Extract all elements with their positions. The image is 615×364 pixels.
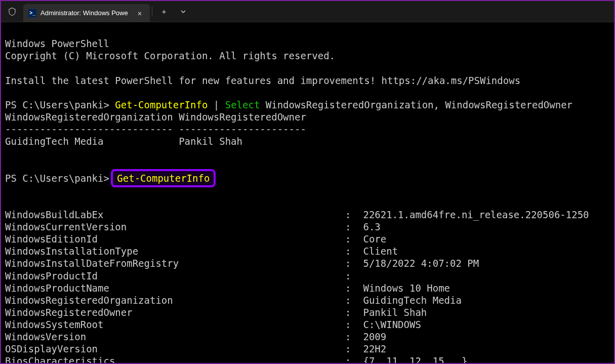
output-colon: :: [345, 221, 357, 233]
output-row: WindowsSystemRoot: C:\WINDOWS: [5, 318, 610, 331]
output-value: Core: [357, 233, 610, 245]
output-row: WindowsInstallDateFromRegistry: 5/18/202…: [5, 257, 610, 269]
terminal-output[interactable]: Windows PowerShell Copyright (C) Microso…: [1, 22, 614, 364]
output-value: GuidingTech Media: [357, 294, 610, 306]
output-key: OSDisplayVersion: [5, 343, 345, 355]
command-cmdlet: Get-ComputerInfo: [115, 99, 213, 110]
output-key: WindowsInstallationType: [5, 245, 345, 257]
output-colon: :: [345, 209, 357, 221]
command-cmdlet: Select: [219, 99, 266, 110]
shield-icon: [7, 7, 17, 17]
output-colon: :: [345, 318, 357, 331]
output-row: BiosCharacteristics: {7, 11, 12, 15...}: [5, 355, 610, 364]
output-colon: :: [345, 294, 357, 306]
table-row: GuidingTech Media Pankil Shah: [5, 136, 242, 147]
output-colon: :: [345, 270, 357, 282]
output-value: 6.3: [357, 221, 610, 233]
highlighted-command: Get-ComputerInfo: [111, 169, 216, 187]
output-key: WindowsEditionId: [5, 233, 345, 245]
powershell-icon: >_: [28, 9, 36, 17]
output-value: Windows 10 Home: [357, 282, 610, 294]
output-key: BiosCharacteristics: [5, 355, 345, 364]
table-header: WindowsRegisteredOrganization WindowsReg…: [5, 111, 306, 123]
output-colon: :: [345, 331, 357, 343]
output-row: WindowsVersion: 2009: [5, 331, 610, 343]
output-colon: :: [345, 343, 357, 355]
output-key: WindowsRegisteredOwner: [5, 306, 345, 318]
output-value: Client: [357, 245, 610, 257]
divider: [152, 7, 152, 17]
output-value: 22621.1.amd64fre.ni_release.220506-1250: [357, 209, 610, 221]
output-row: WindowsEditionId: Core: [5, 233, 610, 245]
output-value: 22H2: [357, 343, 610, 355]
output-value: C:\WINDOWS: [357, 318, 610, 331]
output-row: WindowsRegisteredOwner: Pankil Shah: [5, 306, 610, 318]
command-args: WindowsRegisteredOrganization, WindowsRe…: [266, 99, 572, 110]
output-row: WindowsInstallationType: Client: [5, 245, 610, 257]
output-value: 2009: [357, 331, 610, 343]
command-cmdlet: Get-ComputerInfo: [117, 173, 210, 184]
output-key: WindowsProductId: [5, 270, 345, 282]
output-value: Pankil Shah: [357, 306, 610, 318]
output-value: 5/18/2022 4:07:02 PM: [357, 257, 610, 269]
close-tab-button[interactable]: ✕: [135, 8, 145, 18]
banner-text: Windows PowerShell: [5, 38, 109, 49]
output-row: WindowsRegisteredOrganization: GuidingTe…: [5, 294, 610, 306]
copyright-text: Copyright (C) Microsoft Corporation. All…: [5, 50, 335, 61]
output-colon: :: [345, 245, 357, 257]
output-key: WindowsVersion: [5, 331, 345, 343]
output-row: WindowsProductId:: [5, 270, 610, 282]
table-divider: ----------------------------- ----------…: [5, 124, 306, 135]
output-key: WindowsBuildLabEx: [5, 209, 345, 221]
pipe: |: [214, 99, 219, 110]
output-colon: :: [345, 233, 357, 245]
output-row: WindowsBuildLabEx: 22621.1.amd64fre.ni_r…: [5, 209, 610, 221]
output-colon: :: [345, 282, 357, 294]
prompt: PS C:\Users\panki>: [5, 173, 115, 184]
output-key: WindowsCurrentVersion: [5, 221, 345, 233]
titlebar: >_ Administrator: Windows Powe ✕ +: [1, 1, 614, 22]
output-key: WindowsProductName: [5, 282, 345, 294]
output-colon: :: [345, 355, 357, 364]
output-value: [357, 270, 610, 282]
prompt: PS C:\Users\panki>: [5, 99, 115, 110]
new-tab-button[interactable]: +: [154, 4, 174, 20]
output-colon: :: [345, 306, 357, 318]
output-key: WindowsSystemRoot: [5, 318, 345, 331]
tab-dropdown-button[interactable]: [174, 4, 193, 20]
output-row: WindowsProductName: Windows 10 Home: [5, 282, 610, 294]
output-list: WindowsBuildLabEx: 22621.1.amd64fre.ni_r…: [5, 209, 610, 364]
output-key: WindowsInstallDateFromRegistry: [5, 257, 345, 269]
output-value: {7, 11, 12, 15...}: [357, 355, 610, 364]
output-colon: :: [345, 257, 357, 269]
tab-title: Administrator: Windows Powe: [40, 9, 131, 17]
output-row: OSDisplayVersion: 22H2: [5, 343, 610, 355]
output-key: WindowsRegisteredOrganization: [5, 294, 345, 306]
output-row: WindowsCurrentVersion: 6.3: [5, 221, 610, 233]
install-notice: Install the latest PowerShell for new fe…: [5, 75, 520, 86]
active-tab[interactable]: >_ Administrator: Windows Powe ✕: [23, 4, 150, 22]
